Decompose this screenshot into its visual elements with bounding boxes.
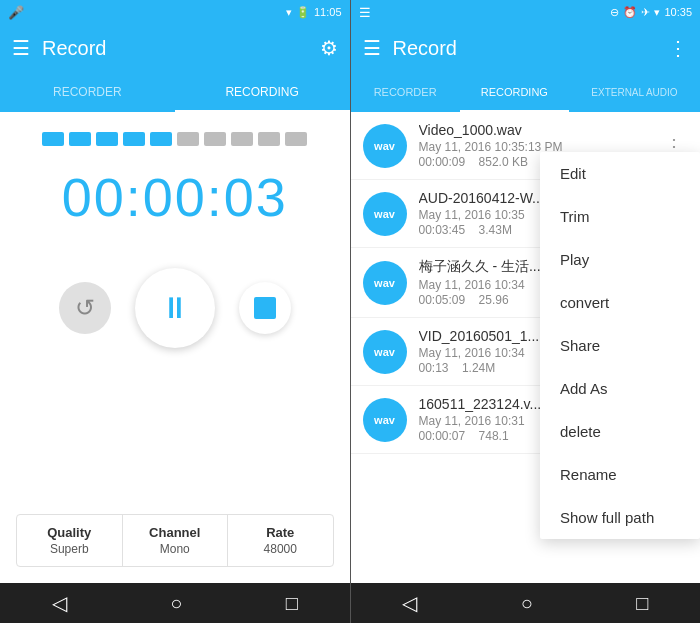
right-back-button[interactable]: ◁ xyxy=(402,591,417,615)
level-bars xyxy=(42,132,307,146)
quality-value: Superb xyxy=(29,542,110,556)
recording-item-0[interactable]: wav Video_1000.wav May 11, 2016 10:35:13… xyxy=(351,112,701,180)
wav-badge-3: wav xyxy=(363,330,407,374)
quality-label: Quality xyxy=(29,525,110,540)
block-icon: ⊖ xyxy=(610,6,619,19)
recording-list: wav Video_1000.wav May 11, 2016 10:35:13… xyxy=(351,112,701,583)
level-bar-3 xyxy=(96,132,118,146)
right-tabs: RECORDER RECORDING EXTERNAL AUDIO xyxy=(351,72,701,112)
level-bar-5 xyxy=(150,132,172,146)
alarm-icon: ⏰ xyxy=(623,6,637,19)
channel-value: Mono xyxy=(135,542,216,556)
level-bar-7 xyxy=(204,132,226,146)
recorder-content: 00:00:03 ↺ ⏸ Quality Superb xyxy=(0,112,350,583)
time-left: 11:05 xyxy=(314,6,342,18)
right-menu-icon[interactable]: ☰ xyxy=(363,36,381,60)
right-screen: ☰ ⊖ ⏰ ✈ ▾ 10:35 ☰ Record ⋮ RECORDER RECO… xyxy=(351,0,701,623)
right-home-button[interactable]: ○ xyxy=(521,592,533,615)
channel-label: Channel xyxy=(135,525,216,540)
rate-label: Rate xyxy=(240,525,321,540)
wav-badge-2: wav xyxy=(363,261,407,305)
timer-display: 00:00:03 xyxy=(62,166,288,228)
right-menu-small-icon: ☰ xyxy=(359,5,371,20)
left-screen: 🎤 ▾ 🔋 11:05 ☰ Record ⚙ RECORDER RECORDIN… xyxy=(0,0,350,623)
left-status-right: ▾ 🔋 11:05 xyxy=(286,6,342,19)
bluetooth-icon: ✈ xyxy=(641,6,650,19)
right-app-title: Record xyxy=(393,37,657,60)
battery-icon: 🔋 xyxy=(296,6,310,19)
rewind-icon: ↺ xyxy=(75,294,95,322)
left-recent-button[interactable]: □ xyxy=(286,592,298,615)
left-tabs: RECORDER RECORDING xyxy=(0,72,350,112)
wav-badge-4: wav xyxy=(363,398,407,442)
left-status-left: 🎤 xyxy=(8,5,24,20)
level-bar-2 xyxy=(69,132,91,146)
tab-recording-left[interactable]: RECORDING xyxy=(175,72,350,112)
right-app-header: ☰ Record ⋮ xyxy=(351,24,701,72)
wav-badge-0: wav xyxy=(363,124,407,168)
rewind-button[interactable]: ↺ xyxy=(59,282,111,334)
level-bar-4 xyxy=(123,132,145,146)
time-right: 10:35 xyxy=(664,6,692,18)
left-app-title: Record xyxy=(42,37,308,60)
tab-recorder-left[interactable]: RECORDER xyxy=(0,72,175,112)
tab-recorder-right[interactable]: RECORDER xyxy=(351,72,460,112)
recording-name-0: Video_1000.wav xyxy=(419,122,661,138)
pause-button[interactable]: ⏸ xyxy=(135,268,215,348)
left-menu-icon[interactable]: ☰ xyxy=(12,36,30,60)
left-settings-icon[interactable]: ⚙ xyxy=(320,36,338,60)
left-app-header: ☰ Record ⚙ xyxy=(0,24,350,72)
level-bar-1 xyxy=(42,132,64,146)
left-status-bar: 🎤 ▾ 🔋 11:05 xyxy=(0,0,350,24)
right-status-bar: ☰ ⊖ ⏰ ✈ ▾ 10:35 xyxy=(351,0,701,24)
mic-icon: 🎤 xyxy=(8,5,24,20)
tab-external-audio[interactable]: EXTERNAL AUDIO xyxy=(569,72,700,112)
rate-cell: Rate 48000 xyxy=(228,515,333,566)
dropdown-menu: Edit Trim Play convert Share Add As dele… xyxy=(540,152,700,539)
menu-edit[interactable]: Edit xyxy=(540,152,700,195)
level-bar-10 xyxy=(285,132,307,146)
left-nav-bar: ◁ ○ □ xyxy=(0,583,350,623)
signal-icon: ▾ xyxy=(654,6,660,19)
channel-cell: Channel Mono xyxy=(123,515,229,566)
left-back-button[interactable]: ◁ xyxy=(52,591,67,615)
wav-badge-1: wav xyxy=(363,192,407,236)
right-recent-button[interactable]: □ xyxy=(636,592,648,615)
menu-delete[interactable]: delete xyxy=(540,410,700,453)
stop-icon xyxy=(254,297,276,319)
tab-recording-right[interactable]: RECORDING xyxy=(460,72,569,112)
rate-value: 48000 xyxy=(240,542,321,556)
quality-cell: Quality Superb xyxy=(17,515,123,566)
menu-rename[interactable]: Rename xyxy=(540,453,700,496)
menu-trim[interactable]: Trim xyxy=(540,195,700,238)
menu-convert[interactable]: convert xyxy=(540,281,700,324)
right-more-icon[interactable]: ⋮ xyxy=(668,36,688,60)
pause-icon: ⏸ xyxy=(160,291,190,325)
controls: ↺ ⏸ xyxy=(59,268,291,348)
level-bar-6 xyxy=(177,132,199,146)
menu-add-as[interactable]: Add As xyxy=(540,367,700,410)
right-status-left: ☰ xyxy=(359,5,371,20)
right-status-right: ⊖ ⏰ ✈ ▾ 10:35 xyxy=(610,6,692,19)
info-row: Quality Superb Channel Mono Rate 48000 xyxy=(16,514,334,567)
menu-show-full-path[interactable]: Show full path xyxy=(540,496,700,539)
level-bar-8 xyxy=(231,132,253,146)
menu-share[interactable]: Share xyxy=(540,324,700,367)
right-nav-bar: ◁ ○ □ xyxy=(351,583,701,623)
stop-button[interactable] xyxy=(239,282,291,334)
wifi-icon: ▾ xyxy=(286,6,292,19)
left-home-button[interactable]: ○ xyxy=(170,592,182,615)
menu-play[interactable]: Play xyxy=(540,238,700,281)
level-bar-9 xyxy=(258,132,280,146)
